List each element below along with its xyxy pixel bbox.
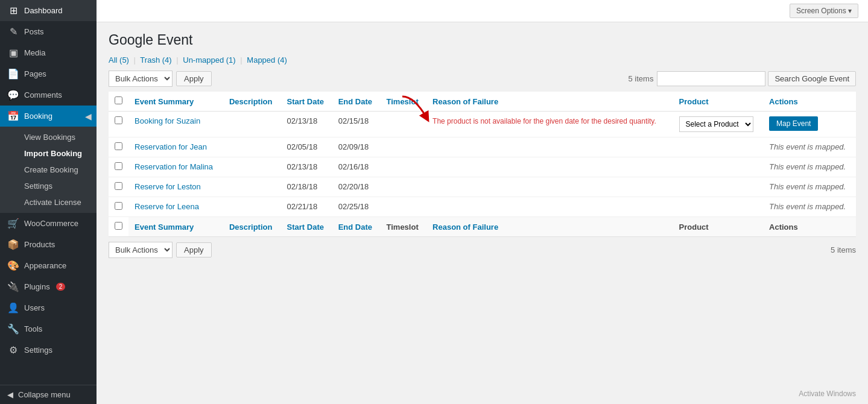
search-google-event-button[interactable]: Search Google Event [768, 71, 856, 86]
filter-trash[interactable]: Trash (4) [140, 55, 171, 65]
sidebar-item-settings[interactable]: ⚙ Settings [0, 339, 97, 361]
row-start-date: 02/13/18 [281, 157, 332, 177]
sidebar-item-posts[interactable]: ✎ Posts [0, 21, 97, 42]
row-description [223, 137, 281, 157]
submenu-label: Create Booking [24, 165, 78, 174]
row-end-date: 02/20/18 [332, 177, 381, 197]
row-timeslot [381, 177, 427, 197]
submenu-activate-license[interactable]: Activate License [0, 194, 97, 210]
sidebar-item-woocommerce[interactable]: 🛒 WooCommerce [0, 213, 97, 234]
sidebar-item-media[interactable]: ▣ Media [0, 42, 97, 63]
sidebar-item-booking[interactable]: 📅 Booking ◀ [0, 106, 97, 127]
row-event-summary: Booking for Suzain [128, 112, 223, 137]
row-checkbox[interactable] [115, 116, 122, 124]
header-timeslot: Timeslot [381, 92, 427, 112]
submenu-view-bookings[interactable]: View Bookings [0, 129, 97, 145]
sidebar-item-users[interactable]: 👤 Users [0, 297, 97, 318]
row-checkbox[interactable] [115, 142, 122, 150]
toolbar-right: 5 items Search Google Event [629, 71, 856, 86]
row-reason-of-failure [426, 137, 673, 157]
sidebar-item-label: Posts [24, 27, 44, 36]
row-product [673, 177, 764, 197]
row-checkbox-cell [109, 137, 128, 157]
table-footer-header-row: Event Summary Description Start Date End… [109, 217, 856, 237]
row-reason-of-failure [426, 197, 673, 217]
row-checkbox[interactable] [115, 202, 122, 210]
footer-header-timeslot: Timeslot [381, 217, 427, 237]
screen-options-button[interactable]: Screen Options ▾ [790, 4, 858, 18]
submenu-create-booking[interactable]: Create Booking [0, 162, 97, 178]
appearance-icon: 🎨 [7, 260, 19, 271]
row-actions: Map Event [763, 112, 856, 137]
footer-header-end-date[interactable]: End Date [332, 217, 381, 237]
row-timeslot [381, 137, 427, 157]
select-all-checkbox[interactable] [115, 96, 122, 104]
posts-icon: ✎ [7, 26, 19, 37]
activate-windows-text: Activate Windows [799, 390, 856, 398]
plugins-icon: 🔌 [7, 281, 19, 292]
sidebar-item-plugins[interactable]: 🔌 Plugins 2 [0, 276, 97, 297]
submenu-settings[interactable]: Settings [0, 178, 97, 194]
items-count-bottom: 5 items [831, 245, 856, 254]
sidebar-item-comments[interactable]: 💬 Comments [0, 84, 97, 106]
event-summary-link[interactable]: Reserve for Leena [135, 202, 199, 211]
filter-mapped[interactable]: Mapped (4) [247, 55, 287, 65]
header-start-date[interactable]: Start Date [281, 92, 332, 112]
footer-header-product: Product [673, 217, 764, 237]
collapse-menu[interactable]: ◀ Collapse menu [0, 385, 97, 404]
table-row: Reservation for Malina 02/13/18 02/16/18… [109, 157, 856, 177]
sidebar-item-label: Dashboard [24, 6, 63, 15]
top-apply-button[interactable]: Apply [176, 71, 212, 86]
footer-header-description[interactable]: Description [223, 217, 281, 237]
row-description [223, 177, 281, 197]
header-product: Product [673, 92, 764, 112]
event-summary-link[interactable]: Reserve for Leston [135, 182, 201, 191]
bulk-actions-select[interactable]: Bulk Actions [109, 71, 173, 87]
row-description [223, 197, 281, 217]
woocommerce-icon: 🛒 [7, 218, 19, 229]
header-description[interactable]: Description [223, 92, 281, 112]
row-product [673, 157, 764, 177]
mapped-text: This event is mapped. [769, 202, 846, 211]
submenu-import-booking[interactable]: Import Booking [0, 145, 97, 162]
select-product-dropdown[interactable]: Select a Product [679, 116, 753, 132]
filter-all[interactable]: All (5) [109, 55, 129, 65]
submenu-label: Activate License [24, 198, 81, 207]
row-checkbox[interactable] [115, 182, 122, 190]
event-summary-link[interactable]: Reservation for Malina [135, 162, 213, 171]
row-start-date: 02/18/18 [281, 177, 332, 197]
row-checkbox[interactable] [115, 162, 122, 170]
row-actions: This event is mapped. [763, 137, 856, 157]
mapped-text: This event is mapped. [769, 162, 846, 171]
bottom-bulk-actions-select[interactable]: Bulk Actions [109, 242, 173, 258]
bottom-apply-button[interactable]: Apply [176, 242, 212, 257]
mapped-text: This event is mapped. [769, 142, 846, 151]
search-box: Search Google Event [657, 71, 856, 86]
filter-unmapped[interactable]: Un-mapped (1) [183, 55, 235, 65]
event-summary-link[interactable]: Booking for Suzain [135, 116, 200, 125]
sidebar-item-dashboard[interactable]: ⊞ Dashboard [0, 0, 97, 21]
footer-select-all-checkbox[interactable] [115, 222, 122, 230]
pages-icon: 📄 [7, 68, 19, 80]
header-event-summary[interactable]: Event Summary [128, 92, 223, 112]
row-end-date: 02/09/18 [332, 137, 381, 157]
bottom-toolbar-left: Bulk Actions Apply [109, 242, 212, 258]
footer-header-start-date[interactable]: Start Date [281, 217, 332, 237]
table-header-row: Event Summary Description Start Date End… [109, 92, 856, 112]
event-summary-link[interactable]: Reservation for Jean [135, 142, 207, 151]
map-event-button[interactable]: Map Event [769, 116, 818, 131]
sidebar-item-products[interactable]: 📦 Products [0, 234, 97, 255]
header-end-date[interactable]: End Date [332, 92, 381, 112]
search-input[interactable] [657, 71, 765, 86]
row-end-date: 02/15/18 [332, 112, 381, 137]
row-reason-of-failure [426, 177, 673, 197]
row-timeslot [381, 197, 427, 217]
sidebar-item-label: WooCommerce [24, 219, 78, 228]
sidebar-item-tools[interactable]: 🔧 Tools [0, 318, 97, 339]
row-start-date: 02/13/18 [281, 112, 332, 137]
main-content: Screen Options ▾ Google Event All (5) | … [97, 0, 868, 404]
row-timeslot [381, 157, 427, 177]
sidebar-item-pages[interactable]: 📄 Pages [0, 63, 97, 84]
sidebar-item-appearance[interactable]: 🎨 Appearance [0, 255, 97, 276]
footer-header-event-summary[interactable]: Event Summary [128, 217, 223, 237]
